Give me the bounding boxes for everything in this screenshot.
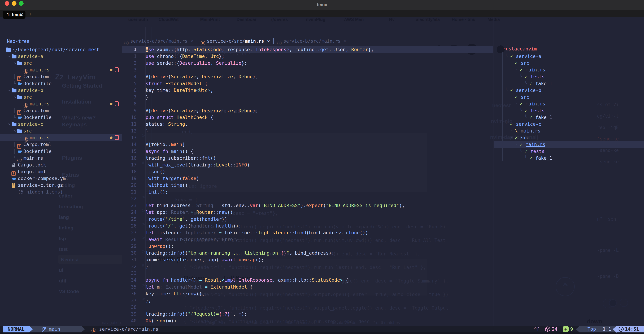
code-line-1[interactable]: 1use axum::{http::StatusCode, response::… — [122, 46, 494, 53]
code-line-25[interactable]: 25 .route("/time", get(handler)) — [122, 216, 494, 223]
neotree-item-Cargo.lock[interactable]: Cargo.lock — [0, 161, 122, 168]
code-line-5[interactable]: 5struct ExternalModel { — [122, 80, 494, 87]
testpanel-item-main.rs[interactable]: ╰✓main.rs — [494, 66, 644, 73]
code-line-31[interactable]: 31 axum::serve(listener, app).await.unwr… — [122, 256, 494, 263]
code-line-34[interactable]: 34async fn handler() → Result<impl IntoR… — [122, 277, 494, 283]
testpanel-item-src[interactable]: ╰✓src — [494, 134, 644, 141]
code-line-35[interactable]: 35 let m: ExternalModel = ExternalModel … — [122, 283, 494, 290]
code-line-4[interactable]: 4#[derive(Serialize, Deserialize, Debug)… — [122, 73, 494, 80]
testpanel-item-main.rs[interactable]: ╰✓main.rs — [494, 100, 644, 107]
neotree-item-service-c.tar.gz[interactable]: service-c.tar.gz — [0, 182, 122, 189]
neotree-item-Cargo.toml[interactable]: │TCargo.toml — [0, 141, 122, 148]
code-line-29[interactable]: 29 .unwrap(); — [122, 243, 494, 250]
code-token: false — [182, 176, 196, 181]
code-line-23[interactable]: 23 let bind_address: String = std::env::… — [122, 202, 494, 209]
testpanel-item-service-b[interactable]: ╰✓service-b — [494, 87, 644, 94]
code-line-14[interactable]: 14#[tokio::main] — [122, 141, 494, 148]
code-token: () — [191, 277, 199, 283]
neotree-item-src[interactable]: src — [0, 60, 122, 67]
neotree-item-service-b[interactable]: service-b — [0, 87, 122, 94]
line-number: 11 — [122, 121, 136, 128]
neotree-item-main.rs[interactable]: └Rmain.rs — [0, 134, 122, 141]
code-line-27[interactable]: 27 let listener: TcpListener = tokio::ne… — [122, 229, 494, 236]
code-token: init — [148, 189, 160, 195]
code-line-1[interactable]: 1use chrono::{DateTime, Utc}; — [122, 53, 494, 60]
neotree-item-main.rs[interactable]: └Rmain.rs — [0, 66, 122, 73]
code-line-17[interactable]: 17 .with_max_level(tracing::Level::INFO) — [122, 161, 494, 168]
neotree-item-Cargo.toml[interactable]: TCargo.toml — [0, 168, 122, 175]
neotree-item-Dockerfile[interactable]: └Dockerfile — [0, 80, 122, 87]
buffer-tab-close-icon[interactable]: ✕ — [191, 38, 194, 45]
neotree-item-src[interactable]: src — [0, 127, 122, 134]
testpanel-item-tests[interactable]: ╰✓tests — [494, 73, 644, 80]
buffer-tab-filename: main.rs — [322, 38, 340, 45]
testpanel-item-main.rs[interactable]: ╰\main.rs — [494, 127, 644, 134]
testpanel-item-service-c[interactable]: ╰✓service-c — [494, 121, 644, 127]
neotree-item-main.rs[interactable]: └Rmain.rs — [0, 155, 122, 162]
buffer-tab-close-icon[interactable]: ✕ — [344, 38, 346, 45]
neotree-item-5hiddenitems[interactable]: (5 hidden items) — [0, 188, 122, 195]
buffer-tab-close-icon[interactable]: ✕ — [267, 38, 270, 45]
code-line-28[interactable]: 28 .await Result<TcpListener, Error> — [122, 236, 494, 243]
neotree-item-Developmentrustservice-mesh[interactable]: ~/Development/rust/service-mesh — [0, 46, 122, 53]
code-line-8[interactable]: 8 — [122, 100, 494, 107]
testpanel-item-src[interactable]: ╰✓src — [494, 94, 644, 100]
neotree-item-src[interactable]: src — [0, 94, 122, 101]
neotree-item-service-a[interactable]: service-a — [0, 53, 122, 60]
code-line-10[interactable]: 10pub struct HealthCheck { — [122, 114, 494, 121]
testpanel-item-fake_1[interactable]: ╰✓fake_1 — [494, 114, 644, 121]
code-line-30[interactable]: 30 tracing::info!("Up and running ... li… — [122, 249, 494, 256]
testpanel-item-service-a[interactable]: ╰✓service-a — [494, 53, 644, 60]
code-line-7[interactable]: 7} — [122, 94, 494, 101]
code-line-2[interactable]: 2use serde::{Deserialize, Serialize}; — [122, 60, 494, 67]
neotree-item-Dockerfile[interactable]: │Dockerfile — [0, 148, 122, 155]
neotree-item-main.rs[interactable]: └Rmain.rs — [0, 100, 122, 107]
code-token: get — [179, 223, 188, 229]
testpanel-item-main.rs[interactable]: ╰✓main.rs — [494, 141, 644, 148]
testpanel-item-fake_1[interactable]: ╰✓fake_1 — [494, 80, 644, 87]
testpanel-item-tests[interactable]: ╰✓tests — [494, 148, 644, 155]
new-tab-button[interactable]: + — [28, 11, 32, 17]
code-line-22[interactable]: 22 — [122, 195, 494, 202]
code-line-26[interactable]: 26 .route("/", get(handler: health)); — [122, 222, 494, 229]
code-line-12[interactable]: 12} — [122, 127, 494, 134]
testpanel-item-fake_1[interactable]: ╰✓fake_1 — [494, 155, 644, 161]
neotree-item-service-c[interactable]: service-c — [0, 121, 122, 128]
testpanel-item-tests[interactable]: ╰✓tests — [494, 107, 644, 114]
neotree-item-Dockerfile[interactable]: └Dockerfile — [0, 114, 122, 121]
tmux-tab-close-icon[interactable]: ✕ — [20, 12, 24, 17]
code-line-33[interactable]: 33 — [122, 270, 494, 277]
code-line-36[interactable]: 36 key_time: Utc::now(), — [122, 290, 494, 297]
code-line-11[interactable]: 11 status: String, — [122, 121, 494, 128]
code-line-20[interactable]: 20 .without_time() — [122, 182, 494, 189]
code-line-21[interactable]: 21 .init(); — [122, 188, 494, 195]
code-line-39[interactable]: 39 tracing::info!("(Request)={:?}", m); — [122, 310, 494, 317]
code-line-40[interactable]: 40 Ok(Json(m)) — [122, 317, 494, 324]
code-line-9[interactable]: 9#[derive(Serialize, Deserialize, Debug)… — [122, 107, 494, 114]
neotree-item-Cargo.toml[interactable]: │TCargo.toml — [0, 73, 122, 80]
code-token: :: — [165, 311, 171, 317]
tmux-tab-1[interactable]: 1: tmux ✕ — [2, 11, 26, 19]
code-line-16[interactable]: 16 tracing_subscriber::fmt() — [122, 155, 494, 162]
code-line-6[interactable]: 6 key_time: DateTime<Utc>, — [122, 87, 494, 94]
testpanel-item-label: main.rs — [526, 66, 546, 73]
code-line-19[interactable]: 19 .with_target(false) — [122, 175, 494, 182]
neotree-item-docker-compose.yml[interactable]: docker-compose.yml — [0, 175, 122, 182]
line-number: 33 — [122, 270, 136, 277]
code-line-38[interactable]: 38 — [122, 304, 494, 311]
neotree-item-Cargo.toml[interactable]: │TCargo.toml — [0, 107, 122, 114]
code-line-13[interactable]: 13 — [122, 134, 494, 141]
code-token: )); — [233, 223, 242, 229]
testpanel-item-label: service-a — [516, 53, 541, 60]
neotree-editor-separator — [122, 17, 122, 334]
neotree-item-label: main.rs — [30, 100, 50, 107]
code-line-18[interactable]: 18 .json() — [122, 168, 494, 175]
code-token: bind — [295, 230, 306, 235]
code-line-37[interactable]: 37 }; — [122, 297, 494, 304]
code-token: (); — [256, 257, 264, 262]
testpanel-item-src[interactable]: ╰✓src — [494, 60, 644, 66]
code-line-24[interactable]: 24 let app: Router = Router::new() — [122, 209, 494, 216]
code-line-3[interactable]: 3 — [122, 66, 494, 73]
code-line-15[interactable]: 15async fn main() { — [122, 148, 494, 155]
code-line-32[interactable]: 32} — [122, 263, 494, 270]
